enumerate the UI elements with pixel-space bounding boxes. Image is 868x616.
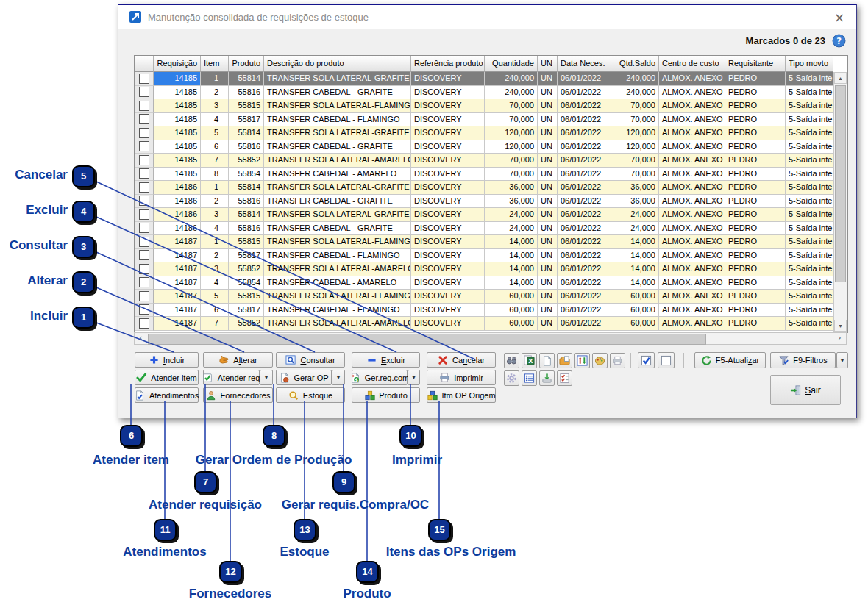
table-row[interactable]: 14187455854TRANSFER CABEDAL - AMARELODIS… (135, 276, 833, 290)
f9-filtros-button[interactable]: F9-Filtros (770, 352, 836, 368)
row-checkbox[interactable] (139, 155, 149, 165)
atendimentos-button[interactable]: Atendimentos (135, 387, 199, 403)
properties-button[interactable] (522, 370, 537, 386)
excluir-button[interactable]: Excluir (352, 352, 420, 368)
row-checkbox[interactable] (139, 291, 149, 301)
incluir-button[interactable]: Incluir (135, 352, 199, 368)
table-row[interactable]: 14186455816TRANSFER CABEDAL - GRAFITEDIS… (135, 222, 833, 236)
column-header[interactable]: Referência produto (411, 56, 485, 72)
table-row[interactable]: 14186155814TRANSFER SOLA LATERAL-GRAFITE… (135, 181, 833, 195)
row-checkbox[interactable] (139, 128, 149, 138)
fornecedores-button[interactable]: Fornecedores (203, 387, 273, 403)
column-header[interactable]: Requisitante (725, 56, 786, 72)
column-header[interactable]: Data Neces. (558, 56, 613, 72)
estoque-button[interactable]: Estoque (276, 387, 345, 403)
row-checkbox-cell (135, 72, 154, 86)
checklist-button[interactable] (557, 370, 572, 386)
help-icon[interactable]: ? (832, 34, 846, 48)
column-header[interactable]: Centro de custo (659, 56, 725, 72)
uncheck-all-button[interactable] (658, 352, 675, 368)
table-row[interactable]: 14185755852TRANSFER SOLA LATERAL-AMARELO… (135, 154, 833, 168)
ger-req-com-dropdown[interactable]: ▾ (408, 370, 420, 385)
row-checkbox[interactable] (139, 209, 149, 220)
table-row[interactable]: 14185455817TRANSFER CABEDAL - FLAMINGODI… (135, 113, 833, 127)
settings-button[interactable] (504, 370, 519, 386)
row-checkbox[interactable] (139, 277, 149, 287)
row-checkbox[interactable] (139, 223, 149, 233)
row-checkbox[interactable] (139, 237, 149, 247)
ger-req-com-button[interactable]: $ Ger.req.com (352, 370, 408, 385)
table-row[interactable]: 14185155814TRANSFER SOLA LATERAL-GRAFITE… (135, 72, 833, 86)
column-header[interactable]: Qtd.Saldo (613, 56, 659, 72)
table-row[interactable]: 14185655816TRANSFER CABEDAL - GRAFITEDIS… (135, 140, 833, 154)
column-header[interactable]: Requisição (154, 56, 201, 72)
atender-req-button[interactable]: Atender req (203, 370, 260, 385)
table-row[interactable]: 14187355852TRANSFER SOLA LATERAL-AMARELO… (135, 262, 833, 276)
imprimir-button[interactable]: Imprimir (427, 370, 496, 385)
sort-columns-button[interactable] (574, 353, 590, 368)
sair-button[interactable]: Sair (770, 375, 841, 405)
vertical-scrollbar[interactable]: ▴ ▾ (833, 72, 847, 332)
scroll-up-icon[interactable]: ▴ (834, 72, 847, 84)
cancelar-button[interactable]: Cancelar (427, 352, 496, 368)
import-button[interactable] (539, 370, 555, 386)
table-row[interactable]: 14185555814TRANSFER SOLA LATERAL-GRAFITE… (135, 126, 833, 140)
scroll-left-icon[interactable]: ‹ (135, 333, 147, 344)
atender-item-button[interactable]: Atender item (135, 370, 199, 385)
palette-button[interactable] (592, 353, 608, 368)
row-checkbox[interactable] (139, 141, 149, 151)
row-checkbox[interactable] (139, 264, 149, 274)
table-row[interactable]: 14187255817TRANSFER CABEDAL - FLAMINGODI… (135, 249, 833, 263)
check-all-button[interactable] (638, 352, 655, 368)
table-row[interactable]: 14187755852TRANSFER SOLA LATERAL-AMARELO… (135, 317, 833, 331)
column-header[interactable]: Produto (229, 56, 264, 72)
alterar-button[interactable]: Alterar (203, 352, 273, 368)
row-checkbox[interactable] (139, 196, 149, 206)
vertical-scroll-thumb[interactable] (835, 85, 846, 282)
row-checkbox[interactable] (139, 114, 149, 124)
atender-req-dropdown[interactable]: ▾ (260, 370, 273, 385)
row-checkbox[interactable] (139, 101, 149, 111)
gerar-op-dropdown[interactable]: ▾ (332, 370, 345, 385)
row-checkbox[interactable] (139, 182, 149, 193)
column-header[interactable]: Item (201, 56, 229, 72)
filtros-dropdown[interactable]: ▾ (836, 352, 848, 368)
column-header[interactable]: Descrição do produto (264, 56, 411, 72)
new-document-button[interactable] (539, 353, 555, 368)
binoculars-button[interactable] (504, 353, 519, 368)
grid-body: 14185155814TRANSFER SOLA LATERAL-GRAFITE… (135, 72, 833, 332)
table-row[interactable]: 14185255816TRANSFER CABEDAL - GRAFITEDIS… (135, 86, 833, 100)
table-row[interactable]: 14185355815TRANSFER SOLA LATERAL-FLAMING… (135, 99, 833, 113)
table-row[interactable]: 14186255816TRANSFER CABEDAL - GRAFITEDIS… (135, 195, 833, 209)
scroll-right-icon[interactable]: › (833, 333, 846, 344)
table-row[interactable]: 14185855854TRANSFER CABEDAL - AMARELODIS… (135, 168, 833, 182)
produto-button[interactable]: Produto (352, 387, 420, 403)
cell: 70,000 (613, 99, 659, 113)
excel-export-button[interactable]: X (522, 353, 537, 368)
column-header[interactable]: Quantidade (485, 56, 538, 72)
row-checkbox[interactable] (139, 168, 149, 179)
column-header[interactable] (135, 56, 154, 72)
column-header[interactable]: UN (538, 56, 558, 72)
table-row[interactable]: 14186355814TRANSFER SOLA LATERAL-GRAFITE… (135, 208, 833, 222)
gerar-op-button[interactable]: Gerar OP (276, 370, 332, 385)
cell: DISCOVERY (411, 113, 485, 127)
close-icon[interactable]: × (831, 10, 847, 26)
export-button[interactable] (557, 353, 572, 368)
row-checkbox[interactable] (139, 87, 149, 97)
row-checkbox[interactable] (139, 250, 149, 260)
row-checkbox[interactable] (139, 318, 149, 329)
table-row[interactable]: 14187555815TRANSFER SOLA LATERAL-FLAMING… (135, 290, 833, 304)
row-checkbox[interactable] (139, 74, 149, 84)
printer-gray-button[interactable] (610, 353, 625, 368)
horizontal-scroll-thumb[interactable] (148, 334, 706, 345)
itm-op-origem-button[interactable]: Itm OP Origem (427, 387, 496, 403)
table-row[interactable]: 14187655817TRANSFER CABEDAL - FLAMINGODI… (135, 304, 833, 318)
consultar-button[interactable]: Consultar (276, 352, 345, 368)
scroll-down-icon[interactable]: ▾ (834, 320, 847, 332)
table-row[interactable]: 14187155815TRANSFER SOLA LATERAL-FLAMING… (135, 235, 833, 249)
f5-atualizar-button[interactable]: F5-Atualizar (694, 352, 766, 368)
column-header[interactable]: Tipo movto (786, 56, 833, 72)
horizontal-scrollbar[interactable]: ‹ › (134, 332, 847, 345)
row-checkbox[interactable] (139, 304, 149, 315)
